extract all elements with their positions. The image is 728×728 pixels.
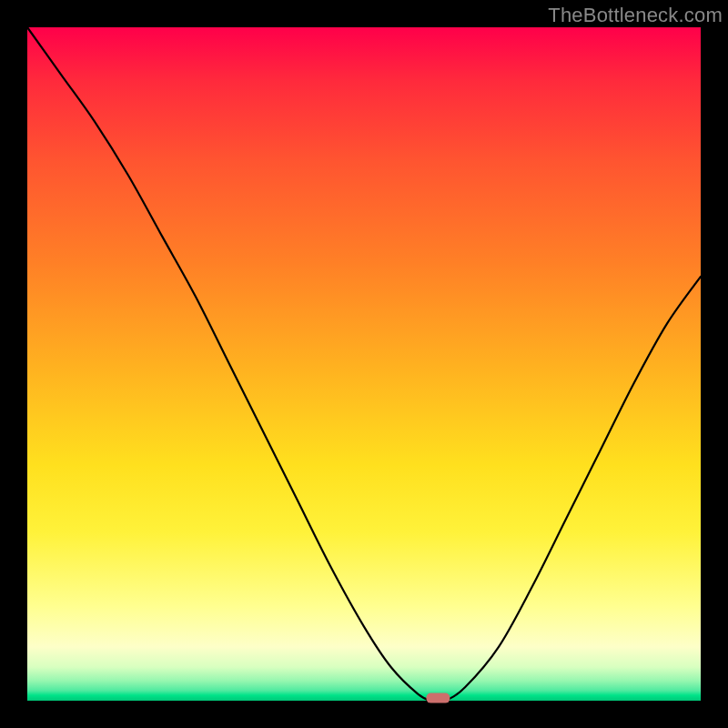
- chart-frame: TheBottleneck.com: [0, 0, 728, 728]
- bottleneck-curve: [27, 27, 701, 702]
- curve-layer: [27, 27, 701, 701]
- min-bottleneck-marker: [426, 693, 450, 703]
- watermark-text: TheBottleneck.com: [548, 4, 723, 27]
